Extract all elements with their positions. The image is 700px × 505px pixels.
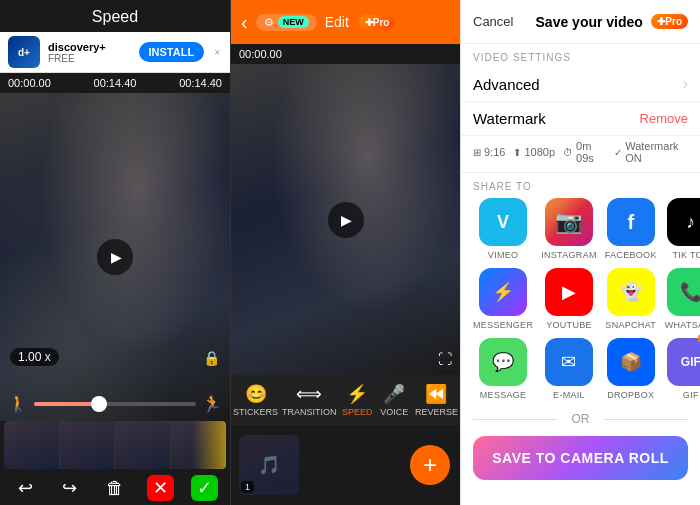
save-roll-label: SAVE TO CAMERA ROLL — [492, 450, 668, 466]
share-grid: V VIMEO 📷 INSTAGRAM f FACEBOOK ♪ TIK TOK… — [461, 198, 700, 408]
share-message[interactable]: 💬 MESSAGE — [473, 338, 533, 400]
middle-bottom: 🎵 1 + — [231, 425, 460, 505]
speed-tool[interactable]: ⚡ SPEED — [339, 379, 376, 421]
share-tiktok[interactable]: ♪ TIK TOK — [665, 198, 700, 260]
meta-duration: ⏱ 0m 09s — [563, 140, 606, 164]
gif-label: GIF — [683, 390, 699, 400]
remove-watermark-button[interactable]: Remove — [640, 111, 688, 126]
meta-quality-value: 1080p — [524, 146, 555, 158]
share-snapchat[interactable]: 👻 SNAPCHAT — [605, 268, 657, 330]
meta-ratio: ⊞ 9:16 — [473, 146, 505, 158]
pro-badge[interactable]: ✚Pro — [359, 15, 396, 30]
slow-icon: 🚶 — [8, 394, 28, 413]
email-label: E-MAIL — [553, 390, 585, 400]
edit-label[interactable]: Edit — [325, 14, 349, 30]
middle-video: ⛶ — [231, 64, 460, 375]
left-video-thumb[interactable]: 1.00 x 🔒 — [0, 93, 230, 421]
filmstrip-overlay — [4, 421, 226, 469]
advanced-row-right: › — [683, 75, 688, 93]
watermark-row[interactable]: Watermark Remove — [461, 102, 700, 136]
gif-icon: GIF PRO — [667, 338, 700, 386]
close-ad-button[interactable]: × — [212, 45, 222, 60]
middle-play-button[interactable] — [328, 202, 364, 238]
ad-banner: d+ discovery+ FREE INSTALL × — [0, 32, 230, 73]
ad-app-name: discovery+ — [48, 41, 131, 53]
new-badge: NEW — [278, 16, 309, 28]
transition-icon: ⟺ — [296, 383, 322, 405]
voice-icon: 🎤 — [383, 383, 405, 405]
middle-video-thumb[interactable] — [231, 64, 460, 375]
redo-button[interactable]: ↪ — [56, 475, 83, 501]
advanced-row[interactable]: Advanced › — [461, 67, 700, 102]
advanced-label: Advanced — [473, 76, 540, 93]
tiktok-icon: ♪ — [667, 198, 700, 246]
speed-slider[interactable] — [34, 402, 196, 406]
share-messenger[interactable]: ⚡ MESSENGER — [473, 268, 533, 330]
share-whatsapp[interactable]: 📞 WHATSAPP — [665, 268, 700, 330]
share-email[interactable]: ✉ E-MAIL — [541, 338, 597, 400]
speed-control: 🚶 🏃 — [0, 394, 230, 413]
speed-label: SPEED — [342, 407, 373, 417]
middle-timeline: 00:00.00 — [231, 44, 460, 64]
video-settings-label: VIDEO SETTINGS — [461, 44, 700, 67]
filmstrip-item[interactable]: 🎵 1 — [239, 435, 299, 495]
mid-time: 00:00.00 — [239, 48, 282, 60]
tiktok-label: TIK TOK — [672, 250, 700, 260]
speed-title: Speed — [0, 0, 230, 32]
watermark-row-right: Remove — [640, 111, 688, 126]
share-instagram[interactable]: 📷 INSTAGRAM — [541, 198, 597, 260]
cancel-button[interactable]: ✕ — [147, 475, 174, 501]
fullscreen-button[interactable]: ⛶ — [438, 351, 452, 367]
right-pro-badge[interactable]: ✚Pro — [651, 14, 688, 29]
right-panel: Cancel Save your video ✚Pro VIDEO SETTIN… — [460, 0, 700, 505]
middle-header: ‹ ⚙ NEW Edit ✚Pro — [231, 0, 460, 44]
save-to-camera-roll-button[interactable]: SAVE TO CAMERA ROLL — [473, 436, 688, 480]
stickers-label: STICKERS — [233, 407, 278, 417]
share-youtube[interactable]: ▶ YOUTUBE — [541, 268, 597, 330]
share-facebook[interactable]: f FACEBOOK — [605, 198, 657, 260]
dropbox-icon: 📦 — [607, 338, 655, 386]
instagram-icon: 📷 — [545, 198, 593, 246]
undo-button[interactable]: ↩ — [12, 475, 39, 501]
voice-tool[interactable]: 🎤 VOICE — [376, 379, 413, 421]
cancel-save-button[interactable]: Cancel — [473, 14, 527, 29]
edit-buttons: ↩ ↪ 🗑 ✕ ✓ — [4, 469, 226, 505]
ad-subtitle: FREE — [48, 53, 131, 64]
facebook-icon: f — [607, 198, 655, 246]
quality-icon: ⬆ — [513, 147, 521, 158]
facebook-label: FACEBOOK — [605, 250, 657, 260]
confirm-button[interactable]: ✓ — [191, 475, 218, 501]
speed-slider-thumb[interactable] — [91, 396, 107, 412]
toolbar: 😊 STICKERS ⟺ TRANSITION ⚡ SPEED 🎤 VOICE … — [231, 375, 460, 425]
left-panel: Speed d+ discovery+ FREE INSTALL × 00:00… — [0, 0, 230, 505]
duration-icon: ⏱ — [563, 147, 573, 158]
back-button[interactable]: ‹ — [241, 11, 248, 34]
speed-icon: ⚡ — [346, 383, 368, 405]
transition-tool[interactable]: ⟺ TRANSITION — [280, 379, 339, 421]
add-clip-button[interactable]: + — [410, 445, 450, 485]
right-header: Cancel Save your video ✚Pro — [461, 0, 700, 44]
reverse-tool[interactable]: ⏪ REVERSE — [413, 379, 460, 421]
voice-label: VOICE — [380, 407, 408, 417]
ratio-icon: ⊞ — [473, 147, 481, 158]
save-video-title: Save your video — [535, 14, 643, 30]
whatsapp-label: WHATSAPP — [665, 320, 700, 330]
left-play-button[interactable] — [97, 239, 133, 275]
install-button[interactable]: INSTALL — [139, 42, 205, 62]
speed-slider-fill — [34, 402, 99, 406]
fast-icon: 🏃 — [202, 394, 222, 413]
share-dropbox[interactable]: 📦 DROPBOX — [605, 338, 657, 400]
filmstrip — [4, 421, 226, 469]
reverse-icon: ⏪ — [425, 383, 447, 405]
reverse-label: REVERSE — [415, 407, 458, 417]
clip-number: 1 — [241, 481, 254, 493]
share-gif[interactable]: GIF PRO GIF — [665, 338, 700, 400]
timeline-start: 00:00.00 — [8, 77, 51, 89]
settings-button[interactable]: ⚙ NEW — [256, 14, 317, 31]
share-vimeo[interactable]: V VIMEO — [473, 198, 533, 260]
meta-quality: ⬆ 1080p — [513, 146, 555, 158]
delete-button[interactable]: 🗑 — [100, 475, 130, 501]
whatsapp-icon: 📞 — [667, 268, 700, 316]
stickers-tool[interactable]: 😊 STICKERS — [231, 379, 280, 421]
watermark-label: Watermark — [473, 110, 546, 127]
